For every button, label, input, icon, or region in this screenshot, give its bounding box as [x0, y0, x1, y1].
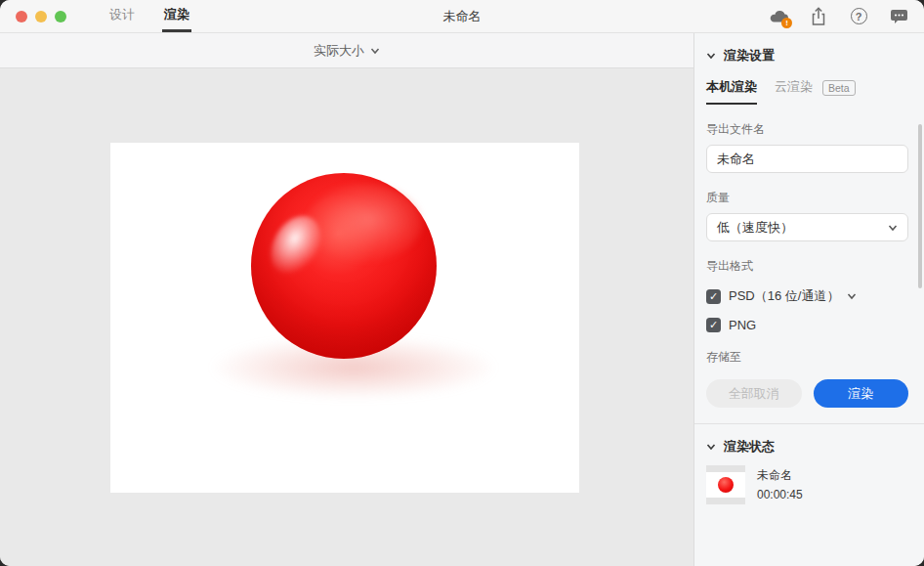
filename-input[interactable]: [706, 145, 908, 173]
titlebar: 设计 渲染 未命名 !: [0, 0, 924, 33]
render-item-name: 未命名: [757, 467, 803, 484]
format-label: 导出格式: [706, 258, 908, 275]
png-label: PNG: [729, 318, 756, 332]
chevron-down-icon: [888, 223, 898, 233]
beta-badge: Beta: [822, 80, 856, 96]
cancel-all-button[interactable]: 全部取消: [706, 379, 802, 408]
alert-badge: !: [781, 18, 792, 28]
zoom-level-label: 实际大小: [314, 42, 364, 60]
render-item-duration: 00:00:45: [757, 488, 803, 501]
rendered-image: [110, 143, 579, 493]
thumbnail-band-bottom: [706, 498, 745, 504]
red-sphere: [251, 173, 437, 359]
render-status-header[interactable]: 渲染状态: [694, 424, 924, 456]
render-status-meta: 未命名 00:00:45: [757, 465, 803, 501]
close-window-button[interactable]: [16, 11, 27, 22]
thumbnail-band-top: [706, 465, 745, 472]
render-settings-panel: 渲染设置 本机渲染 云渲染 Beta 导出文件名 质量 低（速度快） 导出格式 …: [693, 33, 924, 566]
chevron-down-icon[interactable]: [847, 291, 857, 301]
share-icon[interactable]: [809, 7, 828, 26]
cloud-alert-icon[interactable]: !: [769, 7, 788, 26]
render-mode-tabs: 本机渲染 云渲染 Beta: [694, 65, 924, 105]
tab-cloud-render[interactable]: 云渲染: [775, 78, 813, 105]
render-button[interactable]: 渲染: [814, 379, 909, 408]
minimize-window-button[interactable]: [35, 11, 47, 22]
zoom-level-dropdown[interactable]: 实际大小: [314, 42, 380, 60]
render-status-item[interactable]: 未命名 00:00:45: [694, 456, 924, 504]
titlebar-actions: !: [769, 0, 924, 32]
format-option-psd: PSD（16 位/通道）: [706, 287, 908, 305]
format-option-png: PNG: [706, 318, 908, 332]
render-settings-title: 渲染设置: [724, 47, 775, 65]
help-icon[interactable]: [849, 7, 868, 26]
filename-label: 导出文件名: [706, 121, 908, 138]
feedback-icon[interactable]: [889, 7, 908, 26]
quality-value: 低（速度快）: [717, 219, 793, 237]
png-checkbox[interactable]: [706, 318, 721, 332]
psd-checkbox[interactable]: [706, 289, 721, 304]
render-canvas[interactable]: [0, 68, 693, 566]
chevron-down-icon: [706, 51, 716, 61]
mode-tabs: 设计 渲染: [107, 0, 191, 32]
tab-render[interactable]: 渲染: [162, 0, 191, 32]
render-settings-header[interactable]: 渲染设置: [694, 33, 924, 65]
psd-label: PSD（16 位/通道）: [729, 287, 839, 305]
chevron-down-icon: [370, 46, 380, 56]
quality-dropdown[interactable]: 低（速度快）: [706, 213, 908, 241]
mini-sphere: [718, 477, 734, 493]
quality-label: 质量: [706, 190, 908, 206]
app-window: 设计 渲染 未命名 !: [0, 0, 924, 566]
render-thumbnail: [706, 465, 745, 504]
window-controls: [0, 0, 66, 32]
question-mark-glyph: [851, 8, 867, 24]
sidebar-scrollbar[interactable]: [918, 124, 922, 288]
canvas-toolbar: 实际大小: [0, 33, 693, 68]
thumbnail-image: [706, 472, 745, 498]
save-to-label: 存储至: [706, 349, 908, 366]
render-status-title: 渲染状态: [724, 438, 775, 456]
tab-design[interactable]: 设计: [107, 0, 137, 32]
tab-local-render[interactable]: 本机渲染: [706, 78, 757, 105]
fullscreen-window-button[interactable]: [55, 11, 66, 22]
chevron-down-icon: [706, 442, 716, 452]
action-buttons: 全部取消 渲染: [706, 379, 908, 408]
main-area: 实际大小: [0, 33, 693, 566]
app-body: 实际大小 渲染设置 本机渲染 云渲染 Beta: [0, 33, 924, 566]
